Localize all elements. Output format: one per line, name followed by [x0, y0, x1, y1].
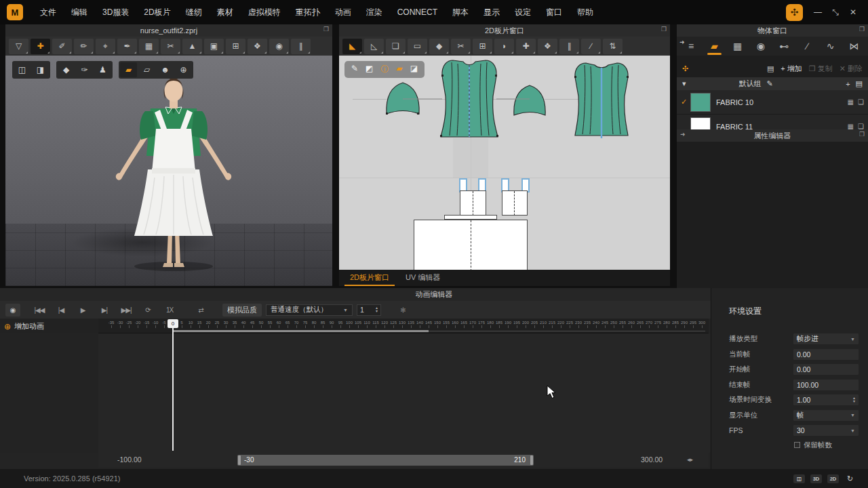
go-start-button[interactable]: |◀◀ — [31, 306, 47, 314]
delete-fabric-button[interactable]: ✕ 删除 — [840, 64, 863, 74]
fit-range-icon[interactable]: ◂▸ — [687, 456, 693, 463]
connect-app-icon[interactable]: ✣ — [786, 4, 803, 21]
loop-count-stepper[interactable]: 1 ▴▾ — [357, 304, 381, 316]
garment-tool-icon[interactable]: ▲ — [182, 39, 202, 54]
avatar-3d[interactable] — [107, 69, 240, 272]
edit-pattern-tool-icon[interactable]: ◺ — [364, 39, 384, 54]
fabric-copy-icon[interactable]: ❏ — [858, 123, 864, 129]
button-tool-icon[interactable]: ◉ — [269, 39, 289, 54]
viewport-3d-canvas[interactable]: ◫◨◆✑♟▰▱☻⊕ — [5, 56, 332, 286]
select-tool-icon[interactable]: ▽ — [9, 39, 28, 54]
move-gizmo-tool-icon[interactable]: ✚ — [31, 39, 50, 54]
needle-tool-icon[interactable]: ✒ — [117, 39, 137, 54]
view-2d-icon[interactable]: 2D — [827, 474, 839, 483]
pleat-tool-icon[interactable]: ∥ — [559, 39, 579, 54]
menu-item-窗口[interactable]: 窗口 — [538, 0, 570, 24]
split-view-icon[interactable]: ◫ — [793, 474, 805, 483]
pen-mini-icon[interactable]: ✎ — [351, 64, 358, 75]
float-panel-icon[interactable]: ❐ — [859, 131, 865, 138]
range-scrollbar[interactable]: -30 210 — [237, 455, 534, 466]
menu-item-编辑[interactable]: 编辑 — [64, 0, 95, 24]
menu-item-渲染[interactable]: 渲染 — [359, 0, 390, 24]
dart-tool-icon[interactable]: ◆ — [429, 39, 449, 54]
playhead-marker[interactable]: 0 — [167, 319, 178, 328]
tab-pattern-icon[interactable]: ▦ — [726, 37, 749, 56]
globe-view-icon[interactable]: ⊕ — [175, 62, 192, 77]
tab-stitch-icon[interactable]: ∕ — [795, 37, 818, 56]
show-3d-garment-icon[interactable]: ◫ — [14, 62, 31, 77]
tab-fabric-icon[interactable]: ▰ — [703, 37, 726, 56]
fabric-detail-icon[interactable]: ▦ — [848, 98, 854, 106]
menu-item-素材[interactable]: 素材 — [210, 0, 241, 24]
zipper-tool-icon[interactable]: ∥ — [291, 39, 311, 54]
scene-time-warp-field[interactable]: 1.00▴▾ — [793, 394, 859, 405]
menu-item-脚本[interactable]: 脚本 — [445, 0, 476, 24]
play-button[interactable]: ▶ — [75, 306, 91, 314]
add-group-icon[interactable]: + — [846, 80, 850, 88]
freeze-icon[interactable]: ✻ — [395, 306, 411, 314]
arrange-tool-icon[interactable]: ▦ — [139, 39, 159, 54]
tab-2D板片窗口[interactable]: 2D板片窗口 — [343, 270, 396, 286]
range-handle-left[interactable] — [238, 455, 241, 465]
menu-item-CONNECT[interactable]: CONNECT — [390, 0, 445, 24]
close-button[interactable]: ✕ — [848, 7, 859, 17]
sync-garment-tool-icon[interactable]: ✚ — [516, 39, 536, 54]
pattern-waistband[interactable] — [444, 215, 497, 220]
fps-select[interactable]: 30▼ — [793, 425, 859, 436]
menu-item-文件[interactable]: 文件 — [33, 0, 64, 24]
keep-frames-checkbox[interactable] — [794, 442, 800, 448]
menu-item-2D板片[interactable]: 2D板片 — [136, 0, 178, 24]
range-handle-right[interactable] — [530, 455, 533, 465]
stepper-arrows[interactable]: ▴▾ — [376, 306, 378, 313]
notch-tool-icon[interactable]: ❖ — [538, 39, 557, 54]
start-frame-field[interactable]: 0.00 — [793, 364, 859, 375]
menu-item-3D服装[interactable]: 3D服装 — [95, 0, 136, 24]
minimize-button[interactable]: — — [812, 7, 823, 17]
brush-tool-icon[interactable]: ✏ — [74, 39, 94, 54]
transform-pattern-tool-icon[interactable]: ◣ — [342, 39, 362, 54]
collapse-icon[interactable]: ▾ — [682, 79, 686, 88]
group-folder-icon[interactable]: ▤ — [856, 79, 863, 88]
tab-bow-icon[interactable]: ⋈ — [842, 37, 865, 56]
edit-group-icon[interactable]: ✎ — [767, 79, 773, 88]
menu-item-虚拟模特[interactable]: 虚拟模特 — [241, 0, 288, 24]
go-end-button[interactable]: ▶▶| — [118, 306, 134, 314]
polygon-tool-icon[interactable]: ❏ — [386, 39, 406, 54]
tab-button-icon[interactable]: ◉ — [749, 37, 772, 56]
pen-tool-icon[interactable]: ✐ — [52, 39, 72, 54]
show-clothes-icon[interactable]: ◆ — [58, 62, 75, 77]
sync-playback-icon[interactable]: ⇄ — [193, 306, 209, 314]
viewport-2d-canvas[interactable]: ✎◩ⓘ▰◪ — [339, 56, 670, 270]
float-panel-icon[interactable]: ❐ — [661, 26, 667, 33]
fabric-detail-icon[interactable]: ▦ — [848, 123, 854, 129]
menu-item-动画[interactable]: 动画 — [328, 0, 359, 24]
menu-item-设定[interactable]: 设定 — [507, 0, 538, 24]
menu-item-帮助[interactable]: 帮助 — [570, 0, 601, 24]
menu-item-显示[interactable]: 显示 — [476, 0, 507, 24]
timeline-body[interactable] — [0, 333, 711, 453]
fabric-row[interactable]: ✓FABRIC 10▦❏ — [677, 90, 868, 115]
copy-fabric-button[interactable]: ❐ 复制 — [809, 64, 833, 74]
loop-button[interactable]: ⟳ — [140, 306, 156, 314]
measure-tool-icon[interactable]: ∕ — [581, 39, 601, 54]
pin-display-icon[interactable]: ✑ — [76, 62, 93, 77]
restore-button[interactable]: ⤡ — [830, 7, 841, 17]
flatten-tool-icon[interactable]: ❖ — [248, 39, 267, 54]
fabric-group-header[interactable]: ▾ 默认组 ✎ + ▤ — [677, 77, 868, 90]
display-unit-select[interactable]: 帧▼ — [793, 410, 859, 421]
float-panel-icon[interactable]: ❐ — [323, 26, 329, 33]
play-type-select[interactable]: 帧步进▼ — [793, 333, 859, 344]
sewing-machine-tool-icon[interactable]: ▣ — [204, 39, 224, 54]
show-avatar-icon[interactable]: ♟ — [94, 62, 111, 77]
float-panel-icon[interactable]: ❐ — [859, 26, 865, 33]
panel-arrow-icon[interactable]: ➜ — [680, 131, 686, 138]
menu-item-缝纫[interactable]: 缝纫 — [178, 0, 210, 24]
import-folder-icon[interactable]: ▤ — [767, 64, 774, 73]
tab-list-icon[interactable]: ≡ — [679, 37, 703, 56]
texture-view-icon[interactable]: ▱ — [138, 62, 155, 77]
sim-quality-select[interactable]: 普通速度（默认） ▼ — [266, 304, 353, 316]
stepper-arrows[interactable]: ▴▾ — [853, 396, 855, 403]
lock-shirt-mini-icon[interactable]: ◪ — [410, 64, 418, 75]
internal-grid-tool-icon[interactable]: ⊞ — [473, 39, 492, 54]
fabric-copy-icon[interactable]: ❏ — [858, 98, 864, 106]
